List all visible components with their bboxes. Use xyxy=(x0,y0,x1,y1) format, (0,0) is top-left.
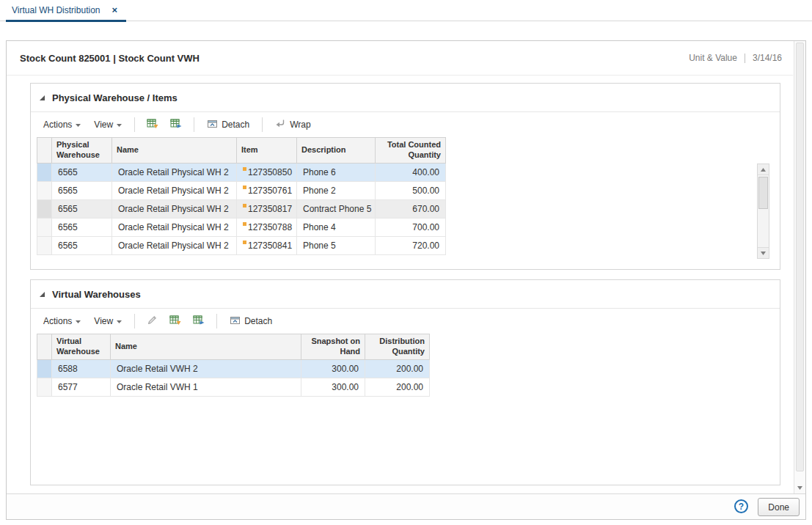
chevron-down-icon xyxy=(117,320,122,323)
cell-description: Phone 6 xyxy=(297,164,376,181)
physical-section-header[interactable]: Physical Warehouse / Items xyxy=(31,84,780,111)
cell-total-counted-quantity: 500.00 xyxy=(376,182,446,199)
cell-virtual-warehouse: 6588 xyxy=(52,360,111,378)
virtual-section-header[interactable]: Virtual Warehouses xyxy=(31,280,780,308)
column-header-distribution-quantity[interactable]: Distribution Quantity xyxy=(365,334,430,359)
table-scrollbar[interactable] xyxy=(757,164,769,259)
edit-button[interactable] xyxy=(142,313,162,329)
column-header-description[interactable]: Description xyxy=(297,138,376,163)
export-to-excel-button[interactable] xyxy=(142,117,163,133)
table-row[interactable]: 6565 Oracle Retail Physical WH 2 1273507… xyxy=(37,219,446,237)
view-label: View xyxy=(94,316,113,326)
row-selector[interactable] xyxy=(37,237,52,254)
table-row[interactable]: 6588 Oracle Retail VWH 2 300.00 200.00 xyxy=(37,360,430,378)
scroll-down-icon[interactable] xyxy=(794,483,805,492)
toolbar-separator xyxy=(194,117,194,132)
physical-warehouse-items-section: Physical Warehouse / Items Actions View xyxy=(30,83,780,270)
view-label: View xyxy=(94,120,113,130)
column-header-total-counted-quantity[interactable]: Total Counted Quantity xyxy=(376,138,446,163)
page-header: Stock Count 825001 | Stock Count VWH Uni… xyxy=(7,41,792,75)
scroll-up-icon[interactable] xyxy=(758,164,769,175)
detach-button[interactable]: Detach xyxy=(202,116,255,133)
chevron-down-icon xyxy=(76,320,81,323)
cell-description: Contract Phone 5 xyxy=(297,200,376,218)
cell-physical-warehouse: 6565 xyxy=(52,237,112,254)
chevron-down-icon xyxy=(117,124,122,127)
cell-total-counted-quantity: 670.00 xyxy=(376,200,446,218)
row-selector[interactable] xyxy=(37,360,52,378)
scrollbar-thumb[interactable] xyxy=(758,177,768,209)
page-scrollbar[interactable] xyxy=(794,41,805,493)
scroll-down-icon[interactable] xyxy=(758,247,769,258)
row-selector[interactable] xyxy=(37,200,52,218)
column-header-virtual-warehouse[interactable]: Virtual Warehouse xyxy=(52,334,111,359)
header-divider xyxy=(7,75,793,76)
table-row[interactable]: 6577 Oracle Retail VWH 1 300.00 200.00 xyxy=(37,378,430,397)
row-selector[interactable] xyxy=(37,164,52,181)
view-menu-button[interactable]: View xyxy=(89,314,127,328)
meta-separator xyxy=(745,54,745,63)
collapse-triangle-icon[interactable] xyxy=(39,95,45,101)
column-header-snapshot-on-hand[interactable]: Snapshot on Hand xyxy=(301,334,365,359)
table-row[interactable]: 6565 Oracle Retail Physical WH 2 1273508… xyxy=(37,200,446,219)
table-row[interactable]: 6565 Oracle Retail Physical WH 2 1273507… xyxy=(37,182,446,200)
detach-icon xyxy=(207,118,218,131)
table-row[interactable]: 6565 Oracle Retail Physical WH 2 1273508… xyxy=(37,164,446,182)
item-flag-icon xyxy=(243,222,246,226)
row-selector[interactable] xyxy=(37,219,52,236)
column-header-name[interactable]: Name xyxy=(111,334,301,359)
row-selector[interactable] xyxy=(37,378,52,396)
toolbar-separator xyxy=(262,117,263,132)
virtual-section-title: Virtual Warehouses xyxy=(52,289,141,300)
cell-description: Phone 5 xyxy=(297,237,376,254)
cell-physical-warehouse: 6565 xyxy=(52,219,112,236)
cell-name: Oracle Retail Physical WH 2 xyxy=(112,182,237,199)
edit-icon xyxy=(147,315,158,328)
toolbar-separator xyxy=(216,314,217,328)
freeze-column-button[interactable] xyxy=(166,117,186,133)
row-selector-header xyxy=(37,138,52,163)
wrap-label: Wrap xyxy=(290,120,310,130)
virtual-warehouses-table: Virtual Warehouse Name Snapshot on Hand … xyxy=(37,334,430,397)
freeze-icon xyxy=(170,118,182,131)
chevron-down-icon xyxy=(76,124,81,127)
view-menu-button[interactable]: View xyxy=(89,117,127,132)
help-icon: ? xyxy=(739,502,744,512)
table-row[interactable]: 6565 Oracle Retail Physical WH 2 1273508… xyxy=(37,237,446,255)
actions-label: Actions xyxy=(43,120,72,130)
item-flag-icon xyxy=(243,204,246,208)
column-header-physical-warehouse[interactable]: Physical Warehouse xyxy=(52,138,112,163)
cell-description: Phone 2 xyxy=(297,182,376,199)
row-selector[interactable] xyxy=(37,182,52,199)
footer-bar: ? Done xyxy=(7,493,805,519)
done-button[interactable]: Done xyxy=(758,498,800,516)
cell-name: Oracle Retail VWH 2 xyxy=(111,360,301,378)
collapse-triangle-icon[interactable] xyxy=(39,291,45,298)
freeze-column-button[interactable] xyxy=(189,313,209,329)
actions-menu-button[interactable]: Actions xyxy=(38,314,86,328)
cell-name: Oracle Retail Physical WH 2 xyxy=(112,237,237,254)
tab-bar: Virtual WH Distribution × xyxy=(0,0,812,21)
cell-item: 127350761 xyxy=(237,182,297,199)
export-icon xyxy=(169,315,181,328)
actions-menu-button[interactable]: Actions xyxy=(38,117,86,132)
column-header-name[interactable]: Name xyxy=(112,138,237,163)
tab-virtual-wh-distribution[interactable]: Virtual WH Distribution × xyxy=(6,0,126,22)
cell-total-counted-quantity: 400.00 xyxy=(376,164,446,181)
column-header-item[interactable]: Item xyxy=(237,138,297,163)
cell-description: Phone 4 xyxy=(297,219,376,236)
detach-button[interactable]: Detach xyxy=(224,312,277,330)
physical-section-title: Physical Warehouse / Items xyxy=(52,92,178,103)
export-to-excel-button[interactable] xyxy=(165,313,186,329)
wrap-button[interactable]: Wrap xyxy=(270,116,315,133)
export-icon xyxy=(147,118,158,131)
help-button[interactable]: ? xyxy=(734,499,748,513)
tab-close-icon[interactable]: × xyxy=(111,5,117,15)
cell-item: 127350817 xyxy=(237,200,297,218)
cell-physical-warehouse: 6565 xyxy=(52,182,112,199)
wrap-icon xyxy=(275,118,286,131)
scrollbar-thumb[interactable] xyxy=(796,43,804,471)
physical-table-toolbar: Actions View xyxy=(31,111,780,137)
page-title: Stock Count 825001 | Stock Count VWH xyxy=(20,53,200,64)
cell-total-counted-quantity: 720.00 xyxy=(376,237,446,254)
